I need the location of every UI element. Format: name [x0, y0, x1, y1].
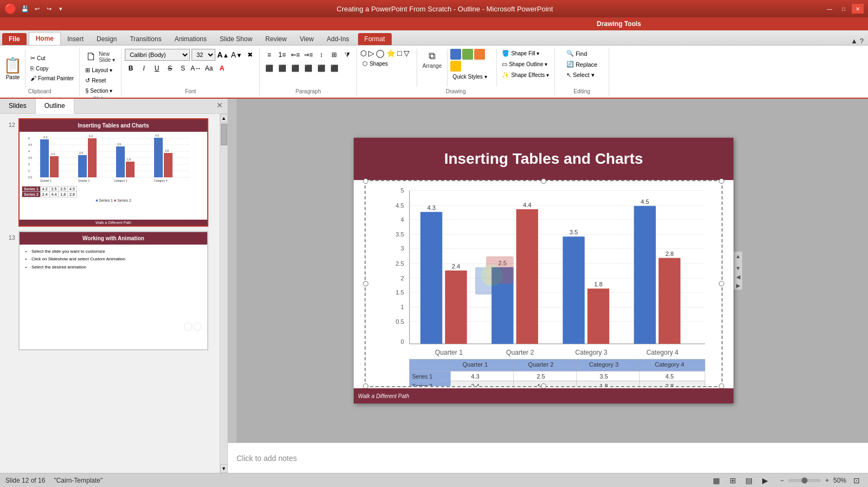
- font-size-select[interactable]: 32: [192, 49, 215, 61]
- slides-tab[interactable]: Slides: [0, 99, 36, 113]
- close-btn[interactable]: ✕: [852, 4, 864, 14]
- slide-13-thumbnail[interactable]: Working with Animation Select the slide …: [18, 231, 208, 350]
- italic-btn[interactable]: I: [138, 62, 150, 74]
- zoom-decrease-btn[interactable]: −: [780, 477, 784, 484]
- format-painter-button[interactable]: 🖌Format Painter: [28, 74, 76, 82]
- shape-icon-3[interactable]: ◯: [376, 49, 385, 57]
- increase-indent-btn[interactable]: ⇒≡: [302, 49, 314, 61]
- handle-tm[interactable]: [541, 178, 546, 184]
- font-name-select[interactable]: Calibri (Body): [125, 49, 190, 61]
- scroll-down-arrow[interactable]: ▼: [734, 264, 743, 272]
- align-right-btn[interactable]: ⬛: [289, 62, 301, 74]
- handle-tr[interactable]: [719, 178, 724, 184]
- ribbon-help-btn[interactable]: ▲: [851, 37, 858, 45]
- slideshow-btn[interactable]: ▶: [760, 475, 771, 486]
- zoom-increase-btn[interactable]: +: [825, 477, 829, 484]
- justify-btn[interactable]: ⬛: [302, 62, 314, 74]
- close-panel-btn[interactable]: ✕: [212, 99, 227, 113]
- grow-font-btn[interactable]: A▲: [217, 49, 229, 61]
- char-spacing-btn[interactable]: A↔: [190, 62, 202, 74]
- shape-icon-4[interactable]: ⭐: [386, 49, 395, 57]
- tab-animations[interactable]: Animations: [168, 33, 213, 45]
- line-spacing-btn[interactable]: ↕: [315, 49, 327, 61]
- shadow-btn[interactable]: S: [177, 62, 189, 74]
- numbering-btn[interactable]: 1≡: [276, 49, 288, 61]
- scroll-up-arrow[interactable]: ▲: [734, 252, 743, 260]
- decrease-indent-btn[interactable]: ⇐≡: [289, 49, 301, 61]
- undo-qat-btn[interactable]: ↩: [31, 3, 42, 14]
- slide-12-thumbnail[interactable]: Inserting Tables and Charts 5 4.5 4 3.5 …: [18, 118, 208, 227]
- handle-ml[interactable]: [363, 281, 368, 286]
- new-slide-button[interactable]: 🗋 New Slide ▾: [83, 49, 118, 65]
- right-scrollbar[interactable]: ▲ ▼ ◀ ▶: [733, 252, 742, 290]
- cut-button[interactable]: ✂Cut: [28, 54, 76, 63]
- shape-icon-6[interactable]: ▽: [404, 49, 410, 57]
- find-button[interactable]: 🔍 Find: [564, 49, 589, 58]
- scrollbar-track[interactable]: [221, 123, 227, 464]
- scrollbar-up-btn[interactable]: ▲: [220, 114, 228, 123]
- quick-style-3[interactable]: [474, 49, 485, 60]
- shape-icon-5[interactable]: □: [397, 49, 401, 57]
- bold-btn[interactable]: B: [125, 62, 137, 74]
- tab-review[interactable]: Review: [259, 33, 293, 45]
- redo-qat-btn[interactable]: ↪: [43, 3, 54, 14]
- slide-list-scrollbar[interactable]: ▲ ▼: [220, 114, 227, 473]
- scroll-prev-slide[interactable]: ◀: [734, 272, 743, 281]
- zoom-thumb[interactable]: [801, 477, 808, 484]
- arrange-button[interactable]: ⧉ Arrange: [420, 49, 445, 71]
- paste-button[interactable]: 📋 Paste: [3, 56, 22, 80]
- underline-btn[interactable]: U: [151, 62, 163, 74]
- select-button[interactable]: ↖ Select ▾: [564, 71, 597, 80]
- section-button[interactable]: §Section ▾: [83, 86, 118, 95]
- outline-tab[interactable]: Outline: [36, 99, 74, 114]
- shape-effects-button[interactable]: ✨ Shape Effects ▾: [500, 71, 551, 80]
- shrink-font-btn[interactable]: A▼: [231, 49, 242, 61]
- quick-style-1[interactable]: [450, 49, 461, 60]
- bullets-btn[interactable]: ≡: [263, 49, 275, 61]
- fit-window-btn[interactable]: ⊡: [851, 475, 863, 486]
- copy-button[interactable]: ⎘Copy: [28, 64, 76, 73]
- tab-home[interactable]: Home: [29, 32, 61, 45]
- zoom-slider[interactable]: [788, 479, 821, 482]
- tab-design[interactable]: Design: [90, 33, 123, 45]
- tab-format[interactable]: Format: [358, 33, 392, 45]
- strikethrough-btn[interactable]: S: [164, 62, 176, 74]
- tab-slideshow[interactable]: Slide Show: [213, 33, 259, 45]
- reset-button[interactable]: ↺Reset: [83, 76, 118, 85]
- tab-file[interactable]: File: [2, 33, 27, 45]
- convert-smart-btn[interactable]: ⬛: [328, 62, 340, 74]
- shape-fill-button[interactable]: 🪣 Shape Fill ▾: [500, 49, 551, 58]
- tab-view[interactable]: View: [293, 33, 320, 45]
- shape-outline-button[interactable]: ▭ Shape Outline ▾: [500, 60, 551, 69]
- layout-button[interactable]: ⊞Layout ▾: [83, 66, 118, 75]
- shapes-button[interactable]: ⬡ Shapes: [360, 59, 409, 68]
- text-direction-btn[interactable]: ⬛: [315, 62, 327, 74]
- maximize-btn[interactable]: □: [838, 4, 850, 14]
- clear-format-btn[interactable]: ✖: [244, 49, 256, 61]
- shape-icon-2[interactable]: ▷: [368, 49, 374, 57]
- chart-container[interactable]: 5 4.5 4 3.5 3 2.5 2 1.5: [365, 180, 723, 387]
- replace-button[interactable]: 🔄 Replace: [564, 60, 599, 69]
- font-color-btn[interactable]: A: [216, 62, 228, 74]
- minimize-btn[interactable]: —: [824, 4, 835, 14]
- scroll-track[interactable]: [735, 261, 742, 262]
- tab-insert[interactable]: Insert: [61, 33, 90, 45]
- quick-styles-button[interactable]: Quick Styles ▾: [450, 73, 494, 81]
- ribbon-collapse-btn[interactable]: ?: [860, 37, 864, 45]
- normal-view-btn[interactable]: ▦: [711, 475, 723, 486]
- notes-area[interactable]: Click to add notes: [228, 443, 868, 473]
- tab-addins[interactable]: Add-Ins: [320, 33, 355, 45]
- columns-btn[interactable]: ⊞: [328, 49, 340, 61]
- shape-icon-1[interactable]: ⬡: [360, 49, 367, 57]
- customize-qat-btn[interactable]: ▾: [55, 3, 66, 14]
- save-qat-btn[interactable]: 💾: [20, 3, 30, 14]
- scrollbar-thumb[interactable]: [221, 124, 227, 145]
- scroll-next-slide[interactable]: ▶: [734, 281, 743, 290]
- handle-mr[interactable]: [719, 281, 724, 286]
- quick-style-2[interactable]: [462, 49, 473, 60]
- handle-tl[interactable]: [363, 178, 368, 184]
- reading-view-btn[interactable]: ▤: [743, 475, 755, 486]
- slide-sorter-btn[interactable]: ⊞: [727, 475, 739, 486]
- align-center-btn[interactable]: ⬛: [276, 62, 288, 74]
- align-left-btn[interactable]: ⬛: [263, 62, 275, 74]
